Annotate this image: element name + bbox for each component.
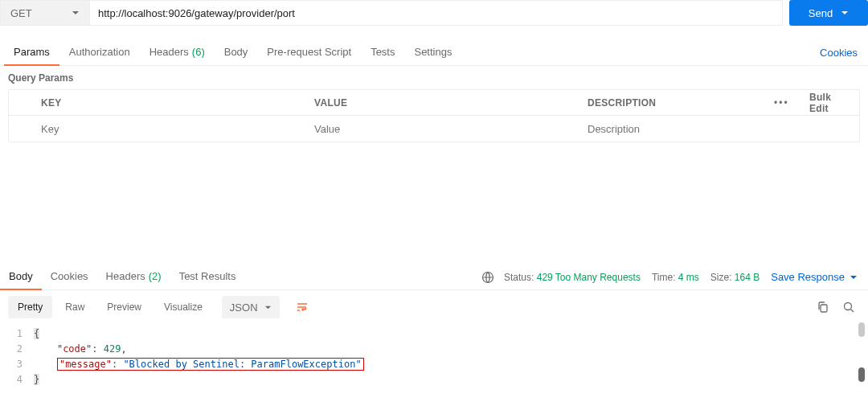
col-value: VALUE [308,97,581,109]
query-params-section: Query Params KEY VALUE DESCRIPTION ••• B… [0,66,868,142]
tab-prerequest[interactable]: Pre-request Script [257,40,361,66]
code-line: 1 { [0,326,868,341]
chevron-down-icon [72,9,80,17]
send-button-label: Send [809,7,833,19]
bulk-edit-button[interactable]: Bulk Edit [803,92,859,114]
response-toolbar: Pretty Raw Preview Visualize JSON [0,290,868,321]
code-line: 4 } [0,371,868,387]
copy-icon [817,301,829,314]
size-text: Size: 164 B [710,272,760,283]
line-number: 3 [0,359,34,370]
globe-icon[interactable] [481,271,494,284]
size-value: 164 B [735,272,760,283]
request-url-input[interactable] [90,0,783,26]
view-visualize-button[interactable]: Visualize [154,296,212,318]
query-params-title: Query Params [8,72,860,84]
tab-headers[interactable]: Headers(6) [140,40,215,66]
wrap-icon [296,301,309,314]
cookies-link[interactable]: Cookies [820,47,868,59]
request-bar: GET Send [0,0,868,26]
view-preview-button[interactable]: Preview [97,296,151,318]
chevron-down-icon [850,273,858,281]
param-key-input[interactable] [41,117,301,141]
view-pretty-button[interactable]: Pretty [8,296,52,318]
save-response-button[interactable]: Save Response [771,271,868,283]
highlighted-error-message: "message": "Blocked by Sentinel: ParamFl… [57,358,364,371]
params-header-row: KEY VALUE DESCRIPTION ••• Bulk Edit [9,90,859,116]
request-tabs: Params Authorization Headers(6) Body Pre… [0,40,868,66]
line-number: 1 [0,328,34,339]
tab-body[interactable]: Body [215,40,258,66]
copy-response-button[interactable] [812,296,834,318]
tab-settings[interactable]: Settings [404,40,461,66]
tab-tests[interactable]: Tests [361,40,404,66]
search-icon [842,301,855,314]
scrollbar-thumb[interactable] [858,367,865,382]
wrap-lines-button[interactable] [291,296,313,318]
params-table: KEY VALUE DESCRIPTION ••• Bulk Edit [8,89,860,142]
view-raw-button[interactable]: Raw [55,296,94,318]
status-value: 429 Too Many Requests [537,272,641,283]
svg-rect-1 [821,305,827,312]
scrollbar-thumb[interactable] [858,322,865,337]
chevron-down-icon [841,9,849,17]
resp-tab-testresults[interactable]: Test Results [170,265,245,290]
param-desc-input[interactable] [588,117,761,141]
line-number: 2 [0,343,34,355]
send-button[interactable]: Send [789,0,868,26]
svg-point-2 [845,303,852,310]
code-line: 3 "message": "Blocked by Sentinel: Param… [0,356,868,371]
resp-headers-count: (2) [149,270,162,282]
resp-tab-body[interactable]: Body [0,265,42,290]
tab-authorization[interactable]: Authorization [59,40,140,66]
headers-count: (6) [192,46,205,58]
empty-space [0,142,868,265]
more-columns-button[interactable]: ••• [768,97,803,109]
response-language-select[interactable]: JSON [222,296,280,318]
param-value-input[interactable] [314,117,575,141]
resp-tab-cookies[interactable]: Cookies [42,265,97,290]
resp-tab-headers[interactable]: Headers(2) [97,265,170,290]
line-number: 4 [0,374,34,385]
http-method-label: GET [10,7,32,19]
status-text: Status: 429 Too Many Requests [504,272,641,283]
params-row [9,116,859,141]
search-response-button[interactable] [837,296,860,318]
code-line: 2 "code": 429, [0,341,868,356]
col-key: KEY [35,97,308,109]
response-tabs: Body Cookies Headers(2) Test Results Sta… [0,265,868,290]
response-body-code[interactable]: 1 { 2 "code": 429, 3 "message": "Blocked… [0,321,868,387]
col-description: DESCRIPTION [581,97,768,109]
chevron-down-icon [264,304,272,311]
http-method-select[interactable]: GET [0,0,90,26]
time-text: Time: 4 ms [652,272,699,283]
time-value: 4 ms [678,272,699,283]
tab-params[interactable]: Params [4,40,59,66]
